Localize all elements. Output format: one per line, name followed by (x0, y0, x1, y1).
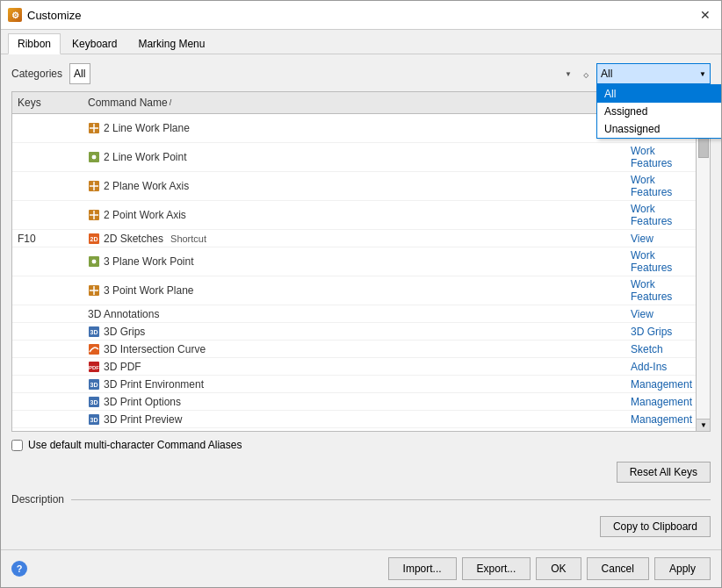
categories-label: Categories (11, 68, 62, 80)
cell-type: Management (625, 376, 696, 392)
cell-keys (12, 305, 83, 322)
cell-type: View (625, 230, 696, 247)
copy-to-clipboard-button[interactable]: Copy to Clipboard (600, 516, 711, 537)
cell-keys (12, 201, 83, 229)
cell-type: Sketch (625, 341, 696, 357)
svg-point-4 (91, 154, 97, 160)
cell-name: 2 Plane Work Axis (83, 172, 625, 200)
svg-text:3D: 3D (90, 417, 98, 423)
row-icon (88, 180, 100, 192)
command-name: 2D Sketches (104, 233, 163, 245)
sort-icon: / (170, 98, 172, 107)
svg-text:3D: 3D (90, 382, 98, 388)
export-button[interactable]: Export... (462, 557, 531, 580)
row-icon: 2D (88, 431, 100, 432)
scrollbar[interactable]: ▲ ▼ (696, 114, 710, 431)
cell-keys (12, 341, 83, 357)
row-icon (88, 209, 100, 221)
table-row[interactable]: PDF3D PDFAdd-Ins (12, 358, 696, 376)
table-body-container: 2 Line Work PlaneWork Features2 Line Wor… (12, 114, 710, 431)
cancel-button[interactable]: Cancel (587, 557, 649, 580)
cell-name: 2D2D SketchesShortcut (83, 230, 625, 247)
tab-keyboard[interactable]: Keyboard (62, 33, 126, 54)
ok-button[interactable]: OK (536, 557, 581, 580)
cell-name: 3D3D Print Environment (83, 376, 625, 392)
col-command-name: Command Name / (83, 95, 625, 111)
table-row[interactable]: 2 Line Work PointWork Features (12, 143, 696, 172)
default-aliases-checkbox[interactable] (11, 440, 23, 451)
cell-name: 3D3D Grips (83, 323, 625, 340)
row-icon: 3D (88, 413, 100, 426)
cell-type: View (625, 305, 696, 322)
filter-icon: ⬦ (582, 67, 589, 81)
cell-type: Work Features (625, 201, 696, 229)
command-name: 3D Print Preview (104, 413, 182, 426)
col-keys: Keys (12, 95, 83, 111)
description-label: Description (11, 493, 64, 506)
type-filter-combo[interactable]: All ▼ (596, 63, 711, 84)
cell-type: Work Features (625, 143, 696, 171)
categories-select[interactable]: All (69, 63, 90, 84)
command-table: Keys Command Name / Type 2 Line Work Pla… (11, 91, 711, 432)
cell-keys (12, 376, 83, 392)
table-row[interactable]: 3D3D Print PreviewManagement (12, 411, 696, 428)
command-name: 3 Plane Work Point (104, 255, 194, 268)
type-filter-value: All (601, 68, 699, 80)
tab-marking-menu[interactable]: Marking Menu (128, 33, 214, 54)
reset-all-keys-button[interactable]: Reset All Keys (617, 462, 711, 483)
title-bar: ⚙ Customize ✕ (1, 1, 721, 30)
apply-button[interactable]: Apply (654, 557, 711, 580)
command-name: 3D Annotations (88, 308, 159, 320)
cell-name: 3D Intersection Curve (83, 341, 625, 357)
cell-keys (12, 276, 83, 305)
table-row[interactable]: 3D3D Grips3D Grips (12, 323, 696, 341)
type-filter-dropdown: All Assigned Unassigned (596, 84, 721, 139)
cell-name: 2 Line Work Point (83, 143, 625, 171)
cell-keys (12, 114, 83, 142)
command-name: 3D PDF (104, 361, 141, 373)
table-row[interactable]: 2D3D SketchesView (12, 428, 696, 431)
table-row[interactable]: 3D3D Print OptionsManagement (12, 393, 696, 411)
copy-button-row: Copy to Clipboard (11, 513, 711, 541)
dropdown-option-all[interactable]: All (597, 85, 721, 103)
cell-type: View (625, 428, 696, 431)
table-body: 2 Line Work PlaneWork Features2 Line Wor… (12, 114, 696, 431)
help-button[interactable]: ? (11, 561, 27, 577)
tab-content: Categories All ⬦ All ▼ All Assigned Unas… (1, 54, 721, 549)
table-row[interactable]: 2 Line Work PlaneWork Features (12, 114, 696, 143)
table-row[interactable]: 2 Point Work AxisWork Features (12, 201, 696, 230)
cell-type: Management (625, 411, 696, 427)
description-row: Description (11, 493, 711, 506)
cell-name: 2D3D Sketches (83, 428, 625, 431)
dropdown-option-unassigned[interactable]: Unassigned (597, 120, 721, 138)
cell-type: Work Features (625, 172, 696, 200)
table-row[interactable]: 2 Plane Work AxisWork Features (12, 172, 696, 201)
table-row[interactable]: 3D3D Print EnvironmentManagement (12, 376, 696, 393)
cell-name: 2 Point Work Axis (83, 201, 625, 229)
row-icon: 3D (88, 396, 100, 408)
import-button[interactable]: Import... (388, 557, 457, 580)
table-row[interactable]: 3D AnnotationsView (12, 305, 696, 323)
dropdown-option-assigned[interactable]: Assigned (597, 103, 721, 120)
row-icon: 2D (88, 233, 100, 245)
table-row[interactable]: F102D2D SketchesShortcutView (12, 230, 696, 247)
command-name: 2 Plane Work Axis (104, 180, 189, 192)
cell-name: 3D Annotations (83, 305, 625, 322)
command-name: 2 Line Work Point (104, 151, 187, 163)
table-row[interactable]: 3 Plane Work PointWork Features (12, 247, 696, 276)
cell-keys (12, 411, 83, 427)
tab-ribbon[interactable]: Ribbon (8, 33, 61, 54)
row-icon (88, 343, 100, 355)
cell-keys (12, 358, 83, 375)
close-button[interactable]: ✕ (697, 6, 714, 24)
table-row[interactable]: 3D Intersection CurveSketch (12, 341, 696, 358)
command-name: 3 Point Work Plane (104, 284, 194, 297)
row-icon: 3D (88, 378, 100, 391)
scrollbar-down-btn[interactable]: ▼ (697, 419, 710, 431)
app-icon: ⚙ (8, 8, 22, 22)
categories-select-wrapper: All (69, 63, 575, 84)
cell-keys (12, 172, 83, 200)
table-row[interactable]: 3 Point Work PlaneWork Features (12, 276, 696, 305)
svg-text:PDF: PDF (89, 365, 99, 370)
row-icon: PDF (88, 361, 100, 373)
